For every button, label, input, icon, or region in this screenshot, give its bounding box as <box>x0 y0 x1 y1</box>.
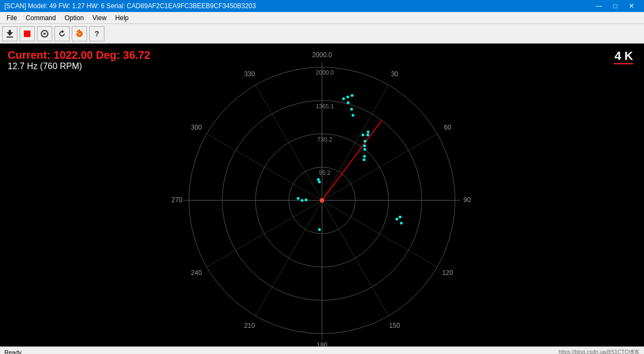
radar-canvas <box>0 44 644 346</box>
status-bar: Ready https://blog.csdn.ua@51CTO博客 <box>0 346 644 354</box>
main-area: Current: 1022.00 Deg: 36.72 12.7 Hz (760… <box>0 44 644 346</box>
minimize-button[interactable]: — <box>591 0 607 12</box>
range-value: 4 K <box>615 49 633 63</box>
status-text: Ready <box>4 349 22 355</box>
close-button[interactable]: ✕ <box>623 0 640 12</box>
title-bar: [SCAN] Model: 49 FW: 1.27 HW: 6 Serial: … <box>0 0 644 12</box>
scan-button[interactable] <box>37 26 52 41</box>
window-controls: — □ ✕ <box>591 0 640 12</box>
svg-rect-1 <box>7 36 13 38</box>
download-button[interactable] <box>2 26 17 41</box>
svg-marker-0 <box>7 30 13 36</box>
stop-button[interactable] <box>20 26 35 41</box>
title-text: [SCAN] Model: 49 FW: 1.27 HW: 6 Serial: … <box>4 2 256 10</box>
menu-command[interactable]: Command <box>21 12 60 24</box>
menu-help[interactable]: Help <box>111 12 133 24</box>
menu-option[interactable]: Option <box>60 12 88 24</box>
menu-bar: File Command Option View Help <box>0 12 644 24</box>
svg-point-3 <box>44 33 46 35</box>
help-button[interactable]: ? <box>89 26 104 41</box>
toolbar: ? <box>0 24 644 44</box>
menu-file[interactable]: File <box>2 12 21 24</box>
maximize-button[interactable]: □ <box>607 0 623 12</box>
circle-arrow-button[interactable] <box>72 26 87 41</box>
menu-view[interactable]: View <box>88 12 111 24</box>
range-underline <box>614 63 633 64</box>
status-url: https://blog.csdn.ua@51CTO博客 <box>559 349 640 355</box>
refresh-button[interactable] <box>54 26 70 41</box>
